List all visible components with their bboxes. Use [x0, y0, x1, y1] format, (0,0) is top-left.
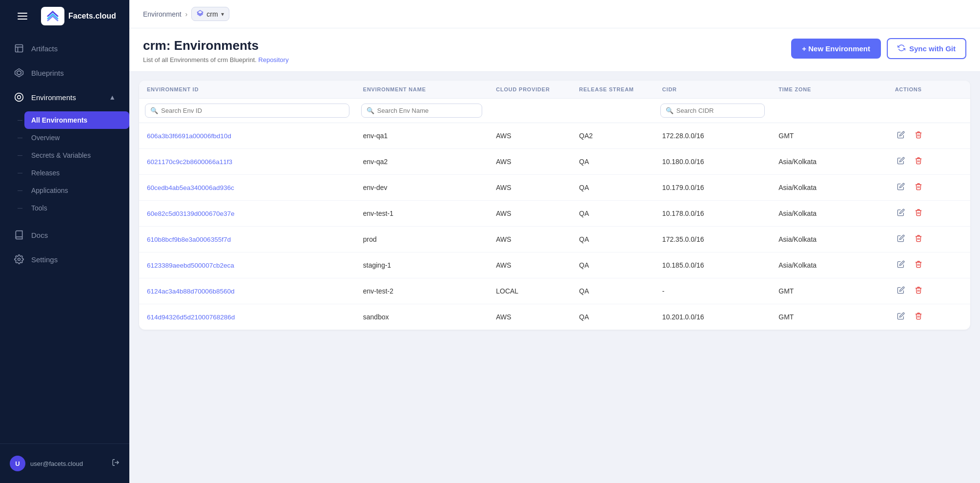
- breadcrumb-current-text: crm: [206, 10, 218, 18]
- edit-button[interactable]: [895, 208, 907, 219]
- timezone-cell: GMT: [771, 123, 887, 149]
- delete-button[interactable]: [913, 285, 924, 297]
- action-cell: [895, 208, 962, 219]
- action-cell: [895, 311, 962, 323]
- col-header-release-stream: RELEASE STREAM: [572, 81, 654, 99]
- env-id-link[interactable]: 60e82c5d03139d000670e37e: [147, 210, 234, 217]
- sidebar-item-environments[interactable]: Environments ▲: [0, 85, 129, 109]
- timezone-cell: GMT: [771, 278, 887, 304]
- search-cidr-input[interactable]: [676, 107, 759, 114]
- delete-button[interactable]: [913, 182, 924, 193]
- edit-button[interactable]: [895, 156, 907, 168]
- env-id-link[interactable]: 6123389aeebd500007cb2eca: [147, 262, 234, 269]
- cloud-provider-cell: AWS: [488, 304, 571, 330]
- table-header: ENVIRONMENT ID ENVIRONMENT NAME CLOUD PR…: [139, 81, 970, 99]
- delete-button[interactable]: [913, 233, 924, 245]
- cloud-provider-cell: AWS: [488, 252, 571, 278]
- blueprints-icon: [14, 67, 24, 78]
- env-name-cell: env-qa1: [355, 123, 488, 149]
- sidebar-item-settings[interactable]: Settings: [0, 247, 129, 272]
- table-row: 60cedb4ab5ea340006ad936c env-dev AWS QA …: [139, 175, 970, 201]
- subnav-tools[interactable]: Tools: [24, 199, 129, 217]
- user-row[interactable]: U user@facets.cloud: [0, 451, 129, 476]
- action-cell: [895, 156, 962, 168]
- release-stream-cell: QA: [572, 227, 654, 252]
- release-stream-cell: QA2: [572, 123, 654, 149]
- sidebar-item-artifacts[interactable]: Artifacts: [0, 36, 129, 61]
- release-stream-cell: QA: [572, 175, 654, 201]
- search-cidr-icon: 🔍: [666, 107, 674, 114]
- edit-button[interactable]: [895, 285, 907, 297]
- applications-label: Applications: [31, 187, 68, 194]
- search-env-name-input[interactable]: [377, 107, 477, 114]
- sidebar-item-docs[interactable]: Docs: [0, 223, 129, 247]
- repo-link[interactable]: Repository: [258, 56, 288, 63]
- env-name-cell: env-qa2: [355, 149, 488, 175]
- hamburger-button[interactable]: [8, 5, 37, 27]
- sync-icon: [898, 44, 905, 53]
- releases-label: Releases: [31, 169, 60, 177]
- cidr-cell: 10.178.0.0/16: [654, 201, 771, 227]
- environments-table: ENVIRONMENT ID ENVIRONMENT NAME CLOUD PR…: [139, 81, 970, 330]
- new-environment-button[interactable]: + New Environment: [791, 39, 881, 59]
- logout-icon[interactable]: [112, 459, 120, 468]
- artifacts-icon: [14, 43, 24, 54]
- env-id-link[interactable]: 610b8bcf9b8e3a0006355f7d: [147, 236, 231, 243]
- main-content: Environment › crm ▾ crm: Environments Li…: [129, 0, 980, 483]
- edit-button[interactable]: [895, 311, 907, 323]
- subnav-applications[interactable]: Applications: [24, 182, 129, 199]
- edit-button[interactable]: [895, 233, 907, 245]
- delete-button[interactable]: [913, 311, 924, 323]
- col-header-cidr: CIDR: [654, 81, 771, 99]
- env-id-link[interactable]: 60cedb4ab5ea340006ad936c: [147, 184, 234, 191]
- action-cell: [895, 182, 962, 193]
- subnav-overview[interactable]: Overview: [24, 129, 129, 147]
- delete-button[interactable]: [913, 130, 924, 142]
- env-id-link[interactable]: 606a3b3f6691a00006fbd10d: [147, 132, 231, 140]
- env-name-cell: sandbox: [355, 304, 488, 330]
- env-id-link[interactable]: 6021170c9c2b8600066a11f3: [147, 158, 232, 166]
- env-name-cell: prod: [355, 227, 488, 252]
- delete-button[interactable]: [913, 259, 924, 271]
- env-name-cell: env-dev: [355, 175, 488, 201]
- search-env-id-input[interactable]: [161, 107, 344, 114]
- secrets-variables-label: Secrets & Variables: [31, 151, 91, 159]
- cloud-provider-cell: AWS: [488, 175, 571, 201]
- logo-text: Facets.cloud: [68, 12, 116, 21]
- env-id-link[interactable]: 614d94326d5d21000768286d: [147, 314, 235, 321]
- cidr-cell: 10.179.0.0/16: [654, 175, 771, 201]
- sync-with-git-button[interactable]: Sync with Git: [887, 38, 966, 59]
- release-stream-cell: QA: [572, 149, 654, 175]
- action-cell: [895, 130, 962, 142]
- edit-button[interactable]: [895, 130, 907, 142]
- blueprints-label: Blueprints: [31, 69, 64, 77]
- subnav-releases[interactable]: Releases: [24, 164, 129, 182]
- delete-button[interactable]: [913, 208, 924, 219]
- environments-icon: [14, 92, 24, 103]
- table-area: ENVIRONMENT ID ENVIRONMENT NAME CLOUD PR…: [129, 72, 980, 483]
- table-row: 614d94326d5d21000768286d sandbox AWS QA …: [139, 304, 970, 330]
- artifacts-label: Artifacts: [31, 44, 58, 53]
- edit-button[interactable]: [895, 182, 907, 193]
- breadcrumb-dropdown-icon[interactable]: ▾: [221, 11, 224, 18]
- cidr-cell: -: [654, 278, 771, 304]
- svg-point-6: [18, 96, 21, 99]
- env-name-cell: staging-1: [355, 252, 488, 278]
- tools-label: Tools: [31, 204, 47, 212]
- breadcrumb-root: Environment: [143, 10, 182, 18]
- subnav-all-environments[interactable]: All Environments: [24, 111, 129, 129]
- environments-label: Environments: [31, 93, 76, 102]
- env-id-link[interactable]: 6124ac3a4b88d70006b8560d: [147, 288, 234, 295]
- page-subtitle: List of all Environments of crm Blueprin…: [143, 56, 288, 63]
- sidebar-item-blueprints[interactable]: Blueprints: [0, 61, 129, 85]
- cidr-cell: 10.185.0.0/16: [654, 252, 771, 278]
- edit-button[interactable]: [895, 259, 907, 271]
- release-stream-cell: QA: [572, 304, 654, 330]
- subnav-secrets-variables[interactable]: Secrets & Variables: [24, 147, 129, 164]
- delete-button[interactable]: [913, 156, 924, 168]
- page-header: crm: Environments List of all Environmen…: [129, 28, 980, 72]
- breadcrumb-current[interactable]: crm ▾: [191, 7, 229, 21]
- timezone-cell: GMT: [771, 304, 887, 330]
- release-stream-cell: QA: [572, 201, 654, 227]
- table-body: 606a3b3f6691a00006fbd10d env-qa1 AWS QA2…: [139, 123, 970, 330]
